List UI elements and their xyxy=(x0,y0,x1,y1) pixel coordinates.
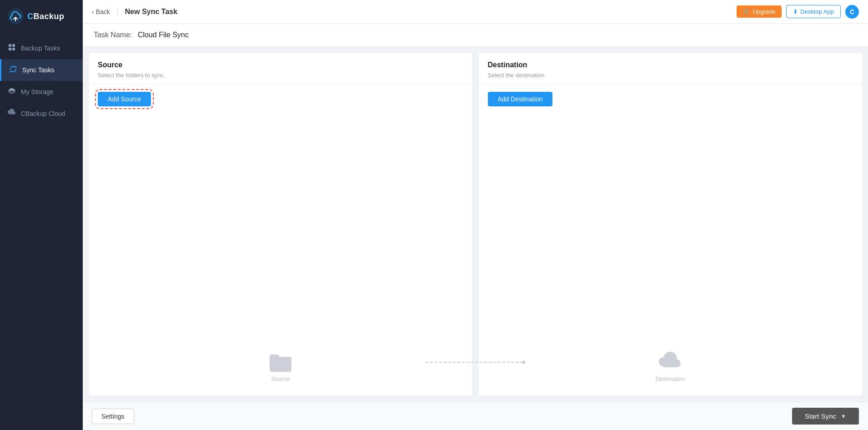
back-label: Back xyxy=(96,8,110,15)
my-storage-icon xyxy=(7,87,16,97)
source-illustration: Source xyxy=(269,352,292,382)
source-panel-title: Source xyxy=(98,61,463,69)
sidebar: CBackup Backup Tasks xyxy=(0,0,83,430)
destination-panel-body: Add Destination xyxy=(479,85,863,396)
cbackup-cloud-icon xyxy=(7,109,16,119)
sidebar-item-sync-tasks[interactable]: Sync Tasks xyxy=(0,59,83,81)
topbar-divider xyxy=(117,7,118,16)
topbar-right: 🛒 Upgrade ⬇ Desktop App C xyxy=(737,5,859,19)
destination-panel-header: Destination Select the destination. xyxy=(479,53,863,85)
back-button[interactable]: ‹ Back xyxy=(92,8,110,15)
backup-tasks-icon xyxy=(7,43,16,53)
logo-cloud-icon xyxy=(7,8,24,25)
sidebar-item-backup-tasks[interactable]: Backup Tasks xyxy=(0,37,83,59)
settings-button[interactable]: Settings xyxy=(92,409,134,424)
task-name-value: Cloud File Sync xyxy=(138,31,189,39)
source-illus-label: Source xyxy=(271,375,290,382)
start-sync-button[interactable]: Start Sync ▼ xyxy=(792,408,859,425)
source-panel-header: Source Select the folders to sync. xyxy=(89,53,472,85)
sidebar-item-label: Sync Tasks xyxy=(22,66,55,74)
destination-panel: Destination Select the destination. Add … xyxy=(478,52,863,396)
task-name-bar: Task Name: Cloud File Sync xyxy=(83,24,868,47)
source-panel-body: Add Source xyxy=(89,85,472,396)
page-title: New Sync Task xyxy=(125,8,177,16)
svg-rect-2 xyxy=(12,44,15,47)
back-chevron-icon: ‹ xyxy=(92,8,94,15)
avatar[interactable]: C xyxy=(845,5,859,19)
topbar: ‹ Back New Sync Task 🛒 Upgrade ⬇ Desktop… xyxy=(83,0,868,24)
cloud-icon xyxy=(658,352,682,373)
task-name-label: Task Name: xyxy=(94,31,132,39)
svg-point-0 xyxy=(7,8,24,25)
svg-rect-3 xyxy=(9,48,11,50)
sidebar-item-my-storage[interactable]: My Storage xyxy=(0,81,83,103)
desktop-app-button[interactable]: ⬇ Desktop App xyxy=(786,5,841,18)
main-area: ‹ Back New Sync Task 🛒 Upgrade ⬇ Desktop… xyxy=(83,0,868,430)
folder-icon xyxy=(269,352,292,373)
desktop-app-label: Desktop App xyxy=(800,8,834,15)
sync-tasks-icon xyxy=(9,65,18,75)
destination-illus-label: Destination xyxy=(656,375,685,382)
source-panel: Source Select the folders to sync. Add S… xyxy=(88,52,473,396)
destination-panel-subtitle: Select the destination. xyxy=(488,72,853,79)
svg-rect-4 xyxy=(12,48,15,50)
logo-text: CBackup xyxy=(27,12,65,21)
sidebar-logo: CBackup xyxy=(0,0,83,33)
panels-row: Source Select the folders to sync. Add S… xyxy=(83,47,868,402)
add-source-button[interactable]: Add Source xyxy=(98,92,151,106)
start-sync-label: Start Sync xyxy=(805,412,836,420)
topbar-left: ‹ Back New Sync Task xyxy=(92,7,177,16)
sidebar-nav: Backup Tasks Sync Tasks My xyxy=(0,37,83,125)
destination-illustration: Destination xyxy=(656,352,685,382)
upgrade-button[interactable]: 🛒 Upgrade xyxy=(737,5,782,18)
sidebar-item-label: My Storage xyxy=(21,88,54,95)
sidebar-item-label: Backup Tasks xyxy=(21,45,60,52)
add-destination-button[interactable]: Add Destination xyxy=(488,92,553,106)
destination-panel-title: Destination xyxy=(488,61,853,69)
upgrade-label: Upgrade xyxy=(753,8,775,15)
svg-point-5 xyxy=(9,90,15,92)
sidebar-item-cbackup-cloud[interactable]: CBackup Cloud xyxy=(0,103,83,125)
dropdown-arrow-icon: ▼ xyxy=(841,413,846,420)
source-panel-subtitle: Select the folders to sync. xyxy=(98,72,463,79)
bottom-bar: Settings Start Sync ▼ xyxy=(83,402,868,430)
sidebar-item-label: CBackup Cloud xyxy=(21,110,65,117)
avatar-letter: C xyxy=(850,8,854,15)
cart-icon: 🛒 xyxy=(743,8,750,15)
svg-rect-1 xyxy=(9,44,11,47)
download-icon: ⬇ xyxy=(793,8,798,15)
content-area: Task Name: Cloud File Sync Source Select… xyxy=(83,24,868,430)
